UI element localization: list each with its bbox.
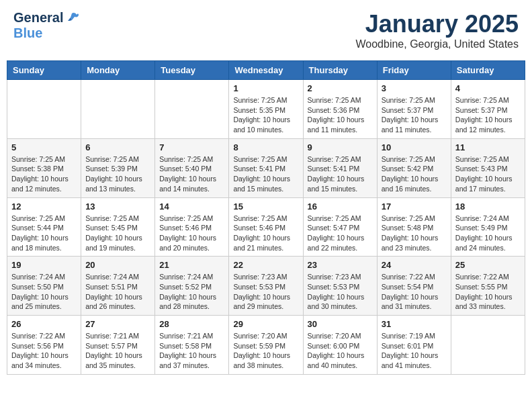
- day-info: Sunrise: 7:21 AM Sunset: 5:57 PM Dayligh…: [85, 331, 150, 371]
- calendar-subtitle: Woodbine, Georgia, United States: [355, 38, 519, 50]
- calendar-cell: 25Sunrise: 7:22 AM Sunset: 5:55 PM Dayli…: [451, 257, 525, 316]
- calendar-cell: 10Sunrise: 7:25 AM Sunset: 5:42 PM Dayli…: [377, 138, 451, 197]
- day-number: 22: [233, 260, 298, 270]
- day-info: Sunrise: 7:25 AM Sunset: 5:41 PM Dayligh…: [308, 154, 373, 194]
- weekday-header-row: SundayMondayTuesdayWednesdayThursdayFrid…: [7, 61, 525, 80]
- day-number: 16: [308, 201, 373, 212]
- day-number: 2: [308, 83, 373, 93]
- day-number: 25: [455, 260, 521, 270]
- logo-bird-icon: [64, 11, 79, 26]
- day-info: Sunrise: 7:23 AM Sunset: 5:53 PM Dayligh…: [233, 272, 298, 312]
- day-number: 10: [382, 142, 447, 152]
- day-number: 30: [308, 319, 373, 329]
- calendar-cell: 26Sunrise: 7:22 AM Sunset: 5:56 PM Dayli…: [7, 316, 81, 375]
- day-info: Sunrise: 7:25 AM Sunset: 5:42 PM Dayligh…: [382, 154, 447, 194]
- day-info: Sunrise: 7:22 AM Sunset: 5:54 PM Dayligh…: [382, 272, 447, 312]
- day-info: Sunrise: 7:20 AM Sunset: 6:00 PM Dayligh…: [308, 331, 373, 371]
- calendar-cell: 30Sunrise: 7:20 AM Sunset: 6:00 PM Dayli…: [303, 316, 377, 375]
- day-info: Sunrise: 7:19 AM Sunset: 6:01 PM Dayligh…: [382, 331, 447, 371]
- calendar-cell: 17Sunrise: 7:25 AM Sunset: 5:48 PM Dayli…: [377, 197, 451, 257]
- day-info: Sunrise: 7:22 AM Sunset: 5:55 PM Dayligh…: [455, 272, 521, 312]
- day-number: 7: [159, 142, 224, 152]
- day-info: Sunrise: 7:24 AM Sunset: 5:51 PM Dayligh…: [85, 272, 150, 312]
- weekday-header-saturday: Saturday: [451, 61, 525, 80]
- day-number: 14: [159, 201, 224, 212]
- logo-general-text: General: [13, 10, 63, 26]
- calendar-cell: 24Sunrise: 7:22 AM Sunset: 5:54 PM Dayli…: [377, 257, 451, 316]
- page-header: General Blue January 2025 Woodbine, Geor…: [7, 7, 525, 54]
- day-number: 24: [382, 260, 447, 270]
- title-section: January 2025 Woodbine, Georgia, United S…: [355, 10, 519, 50]
- day-number: 6: [85, 142, 150, 152]
- day-info: Sunrise: 7:23 AM Sunset: 5:53 PM Dayligh…: [308, 272, 373, 312]
- day-number: 1: [233, 83, 298, 93]
- calendar-cell: 16Sunrise: 7:25 AM Sunset: 5:47 PM Dayli…: [303, 197, 377, 257]
- calendar-cell: 8Sunrise: 7:25 AM Sunset: 5:41 PM Daylig…: [229, 138, 303, 197]
- day-info: Sunrise: 7:21 AM Sunset: 5:58 PM Dayligh…: [159, 331, 224, 371]
- calendar-cell: [451, 316, 525, 375]
- day-info: Sunrise: 7:25 AM Sunset: 5:39 PM Dayligh…: [85, 154, 150, 194]
- day-number: 13: [85, 201, 150, 212]
- day-number: 31: [382, 319, 447, 329]
- calendar-cell: 18Sunrise: 7:24 AM Sunset: 5:49 PM Dayli…: [451, 197, 525, 257]
- day-number: 23: [308, 260, 373, 270]
- calendar-title: January 2025: [355, 10, 519, 38]
- day-number: 12: [11, 201, 77, 212]
- day-number: 8: [233, 142, 298, 152]
- weekday-header-friday: Friday: [377, 61, 451, 80]
- day-info: Sunrise: 7:25 AM Sunset: 5:40 PM Dayligh…: [159, 154, 224, 194]
- calendar-cell: 19Sunrise: 7:24 AM Sunset: 5:50 PM Dayli…: [7, 257, 81, 316]
- calendar-cell: 20Sunrise: 7:24 AM Sunset: 5:51 PM Dayli…: [81, 257, 155, 316]
- day-info: Sunrise: 7:25 AM Sunset: 5:46 PM Dayligh…: [159, 214, 224, 253]
- calendar-cell: 4Sunrise: 7:25 AM Sunset: 5:37 PM Daylig…: [451, 80, 525, 139]
- day-number: 26: [11, 319, 77, 329]
- day-number: 3: [382, 83, 447, 93]
- calendar-week-row: 19Sunrise: 7:24 AM Sunset: 5:50 PM Dayli…: [7, 257, 525, 316]
- day-info: Sunrise: 7:22 AM Sunset: 5:56 PM Dayligh…: [11, 331, 77, 371]
- day-number: 29: [233, 319, 298, 329]
- day-number: 9: [308, 142, 373, 152]
- calendar-cell: 3Sunrise: 7:25 AM Sunset: 5:37 PM Daylig…: [377, 80, 451, 139]
- day-number: 17: [382, 201, 447, 212]
- day-info: Sunrise: 7:25 AM Sunset: 5:44 PM Dayligh…: [11, 214, 77, 253]
- calendar-cell: 13Sunrise: 7:25 AM Sunset: 5:45 PM Dayli…: [81, 197, 155, 257]
- day-number: 5: [11, 142, 77, 152]
- day-info: Sunrise: 7:25 AM Sunset: 5:45 PM Dayligh…: [85, 214, 150, 253]
- day-info: Sunrise: 7:25 AM Sunset: 5:41 PM Dayligh…: [233, 154, 298, 194]
- day-info: Sunrise: 7:25 AM Sunset: 5:47 PM Dayligh…: [308, 214, 373, 253]
- calendar-cell: 15Sunrise: 7:25 AM Sunset: 5:46 PM Dayli…: [229, 197, 303, 257]
- weekday-header-tuesday: Tuesday: [155, 61, 229, 80]
- day-info: Sunrise: 7:25 AM Sunset: 5:48 PM Dayligh…: [382, 214, 447, 253]
- calendar-cell: 9Sunrise: 7:25 AM Sunset: 5:41 PM Daylig…: [303, 138, 377, 197]
- day-number: 27: [85, 319, 150, 329]
- day-number: 21: [159, 260, 224, 270]
- day-info: Sunrise: 7:25 AM Sunset: 5:43 PM Dayligh…: [455, 154, 521, 194]
- day-number: 4: [455, 83, 521, 93]
- calendar-cell: 23Sunrise: 7:23 AM Sunset: 5:53 PM Dayli…: [303, 257, 377, 316]
- logo-blue-text: Blue: [13, 26, 42, 40]
- day-number: 15: [233, 201, 298, 212]
- day-info: Sunrise: 7:24 AM Sunset: 5:49 PM Dayligh…: [455, 214, 521, 253]
- calendar-cell: 5Sunrise: 7:25 AM Sunset: 5:38 PM Daylig…: [7, 138, 81, 197]
- day-info: Sunrise: 7:24 AM Sunset: 5:50 PM Dayligh…: [11, 272, 77, 312]
- calendar-cell: 31Sunrise: 7:19 AM Sunset: 6:01 PM Dayli…: [377, 316, 451, 375]
- day-info: Sunrise: 7:25 AM Sunset: 5:37 PM Dayligh…: [455, 95, 521, 135]
- calendar-cell: [155, 80, 229, 139]
- calendar-cell: 6Sunrise: 7:25 AM Sunset: 5:39 PM Daylig…: [81, 138, 155, 197]
- day-info: Sunrise: 7:25 AM Sunset: 5:37 PM Dayligh…: [382, 95, 447, 135]
- calendar-cell: 14Sunrise: 7:25 AM Sunset: 5:46 PM Dayli…: [155, 197, 229, 257]
- day-number: 18: [455, 201, 521, 212]
- calendar-cell: 12Sunrise: 7:25 AM Sunset: 5:44 PM Dayli…: [7, 197, 81, 257]
- calendar-week-row: 1Sunrise: 7:25 AM Sunset: 5:35 PM Daylig…: [7, 80, 525, 139]
- calendar-cell: 2Sunrise: 7:25 AM Sunset: 5:36 PM Daylig…: [303, 80, 377, 139]
- day-number: 11: [455, 142, 521, 152]
- weekday-header-wednesday: Wednesday: [229, 61, 303, 80]
- calendar-cell: [7, 80, 81, 139]
- calendar-week-row: 5Sunrise: 7:25 AM Sunset: 5:38 PM Daylig…: [7, 138, 525, 197]
- day-info: Sunrise: 7:25 AM Sunset: 5:35 PM Dayligh…: [233, 95, 298, 135]
- day-info: Sunrise: 7:20 AM Sunset: 5:59 PM Dayligh…: [233, 331, 298, 371]
- calendar-cell: 11Sunrise: 7:25 AM Sunset: 5:43 PM Dayli…: [451, 138, 525, 197]
- day-number: 19: [11, 260, 77, 270]
- calendar-cell: 1Sunrise: 7:25 AM Sunset: 5:35 PM Daylig…: [229, 80, 303, 139]
- calendar-week-row: 26Sunrise: 7:22 AM Sunset: 5:56 PM Dayli…: [7, 316, 525, 375]
